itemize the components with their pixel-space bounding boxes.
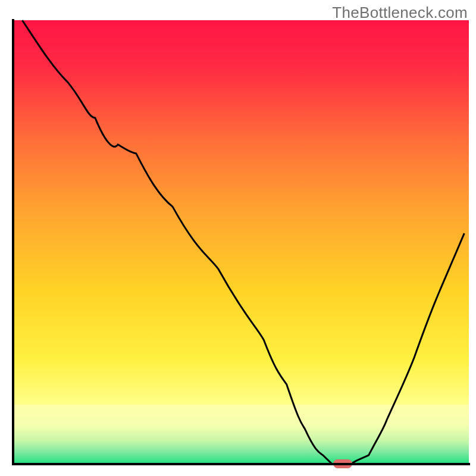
- watermark-text: TheBottleneck.com: [332, 4, 468, 22]
- gradient-background-lower: [13, 405, 469, 464]
- chart-container: TheBottleneck.com: [0, 0, 476, 476]
- bottleneck-chart: [0, 0, 476, 476]
- plot-area: [13, 20, 469, 464]
- gradient-background-upper: [13, 20, 469, 405]
